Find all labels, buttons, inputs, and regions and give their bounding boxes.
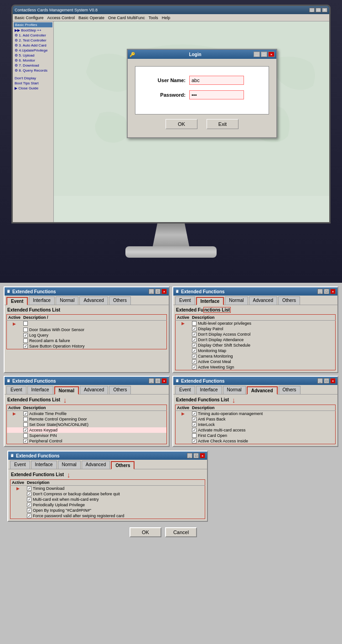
- panel1-maximize[interactable]: □: [155, 289, 161, 294]
- panel5-tab-normal[interactable]: Normal: [58, 461, 81, 469]
- panel5-close[interactable]: ×: [200, 453, 205, 458]
- panel4-minimize[interactable]: _: [317, 378, 323, 384]
- panel2-minimize[interactable]: _: [317, 289, 323, 294]
- checkbox[interactable]: [27, 508, 31, 513]
- sidebar-upload[interactable]: ⚙ 5. Upload: [14, 53, 52, 58]
- username-input[interactable]: [189, 76, 244, 85]
- checkbox[interactable]: [27, 492, 31, 496]
- checkbox[interactable]: [23, 321, 28, 326]
- panel2-tab-advanced[interactable]: Advanced: [249, 296, 277, 305]
- checkbox[interactable]: [192, 422, 197, 427]
- sidebar-boot-tips[interactable]: Boot Tips Start: [14, 81, 52, 86]
- checkbox[interactable]: [192, 365, 197, 369]
- panel2-maximize[interactable]: □: [324, 289, 329, 294]
- checkbox[interactable]: [192, 433, 197, 438]
- checkbox[interactable]: [23, 411, 28, 416]
- monitor-maximize-btn[interactable]: □: [316, 8, 321, 12]
- checkbox[interactable]: [192, 439, 197, 443]
- menu-one-card[interactable]: One Card MultiFunc: [108, 16, 145, 20]
- panel2-tab-event[interactable]: Event: [175, 296, 195, 305]
- panel3-tab-interface[interactable]: Interface: [27, 386, 53, 394]
- panel3-tab-event[interactable]: Event: [6, 386, 26, 394]
- sidebar-monitor[interactable]: ⚙ 6. Monitor: [14, 58, 52, 63]
- sidebar-close-guide[interactable]: ▶ Close Guide: [14, 86, 52, 91]
- checkbox[interactable]: [192, 417, 197, 421]
- checkbox[interactable]: [192, 332, 197, 337]
- checkbox[interactable]: [23, 439, 28, 443]
- login-minimize-btn[interactable]: _: [254, 52, 260, 57]
- panel2-close[interactable]: ×: [330, 289, 336, 294]
- panel3-tab-normal[interactable]: Normal: [54, 386, 79, 395]
- panel5-tab-interface[interactable]: Interface: [31, 461, 57, 469]
- panel1-tab-event[interactable]: Event: [6, 297, 28, 305]
- sidebar-query-records[interactable]: ⚙ 8. Query Records: [14, 68, 52, 73]
- panel5-tab-others[interactable]: Others: [111, 461, 135, 469]
- sidebar-bootstep[interactable]: ▶▶ BootStep ++: [14, 28, 52, 33]
- checkbox[interactable]: [27, 514, 31, 518]
- panel5-tab-event[interactable]: Event: [10, 461, 30, 469]
- panel3-tab-advanced[interactable]: Advanced: [80, 386, 108, 394]
- checkbox[interactable]: [192, 348, 197, 353]
- checkbox[interactable]: [23, 417, 28, 421]
- sidebar-auto-add-card[interactable]: ⚙ 3. Auto Add Card: [14, 43, 52, 48]
- checkbox[interactable]: [192, 321, 197, 326]
- panel1-tab-interface[interactable]: Interface: [29, 296, 55, 305]
- panel5-tab-advanced[interactable]: Advanced: [82, 461, 110, 469]
- monitor-minimize-btn[interactable]: _: [309, 8, 315, 12]
- menu-access-control[interactable]: Access Control: [47, 16, 75, 20]
- panel1-tab-others[interactable]: Others: [109, 296, 131, 305]
- panel1-tab-advanced[interactable]: Advanced: [79, 296, 108, 305]
- panel3-maximize[interactable]: □: [155, 378, 161, 384]
- panel4-close[interactable]: ×: [330, 378, 336, 384]
- menu-tools[interactable]: Tools: [149, 16, 158, 20]
- panel5-maximize[interactable]: □: [193, 453, 199, 458]
- login-ok-button[interactable]: OK: [166, 119, 197, 129]
- panel1-close[interactable]: ×: [161, 289, 167, 294]
- checkbox[interactable]: [192, 343, 197, 348]
- panel3-tab-others[interactable]: Others: [109, 386, 131, 394]
- login-close-btn[interactable]: ×: [268, 52, 275, 57]
- checkbox[interactable]: [23, 422, 28, 427]
- panel5-minimize[interactable]: _: [187, 453, 192, 458]
- checkbox[interactable]: [23, 327, 28, 332]
- sidebar-update-privilege[interactable]: ⚙ 4.UpdatePrivilege: [14, 48, 52, 53]
- panel4-tab-others[interactable]: Others: [279, 386, 301, 394]
- panel4-maximize[interactable]: □: [324, 378, 329, 384]
- menu-basic-operate[interactable]: Basic Operate: [78, 16, 104, 20]
- panel1-tab-normal[interactable]: Normal: [56, 296, 78, 305]
- checkbox[interactable]: [192, 354, 197, 358]
- panel3-close[interactable]: ×: [161, 378, 167, 384]
- password-input[interactable]: [189, 90, 244, 99]
- ok-button[interactable]: OK: [130, 527, 161, 537]
- sidebar-test-controller[interactable]: ⚙ 2. Test Controller: [14, 38, 52, 43]
- checkbox[interactable]: [23, 433, 28, 438]
- panel3-minimize[interactable]: _: [149, 378, 154, 384]
- checkbox[interactable]: [192, 428, 197, 432]
- panel2-tab-others[interactable]: Others: [278, 296, 300, 305]
- login-exit-button[interactable]: Exit: [207, 119, 238, 129]
- checkbox[interactable]: [23, 338, 28, 343]
- panel4-tab-event[interactable]: Event: [175, 386, 195, 394]
- panel4-tab-normal[interactable]: Normal: [223, 386, 246, 394]
- sidebar-dont-display[interactable]: Don't Display: [14, 76, 52, 81]
- sidebar-download[interactable]: ⚙ 7. Download: [14, 63, 52, 68]
- monitor-close-btn[interactable]: ×: [322, 8, 327, 12]
- checkbox[interactable]: [23, 333, 28, 338]
- sidebar-add-controller[interactable]: ⚙ 1. Add Controller: [14, 33, 52, 38]
- checkbox[interactable]: [192, 338, 197, 342]
- menu-help[interactable]: Help: [162, 16, 171, 20]
- panel4-tab-interface[interactable]: Interface: [196, 386, 222, 394]
- checkbox[interactable]: [27, 486, 31, 491]
- checkbox[interactable]: [27, 503, 31, 507]
- checkbox[interactable]: [27, 497, 31, 502]
- checkbox[interactable]: [23, 344, 28, 348]
- checkbox[interactable]: [192, 359, 197, 364]
- login-maximize-btn[interactable]: □: [261, 52, 267, 57]
- cancel-button[interactable]: Cancel: [165, 527, 197, 537]
- checkbox[interactable]: [192, 411, 197, 416]
- panel2-tab-interface[interactable]: Interface: [196, 297, 224, 305]
- panel4-tab-advanced[interactable]: Advanced: [247, 386, 278, 395]
- menu-basic-configure[interactable]: Basic Configure: [15, 16, 44, 20]
- checkbox[interactable]: [23, 428, 28, 432]
- panel2-tab-normal[interactable]: Normal: [225, 296, 248, 305]
